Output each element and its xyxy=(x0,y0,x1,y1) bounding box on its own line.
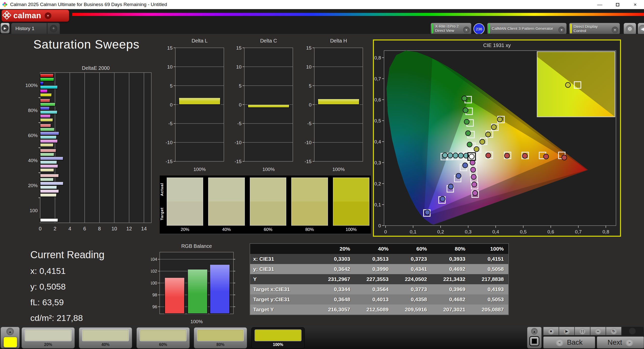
settings-button[interactable]: ⚙ xyxy=(624,23,636,35)
minimize-button[interactable]: — xyxy=(591,0,609,9)
table-cell: 227,3553 xyxy=(355,274,393,284)
svg-text:-15: -15 xyxy=(235,159,242,164)
rgb-balance-title: RGB Balance xyxy=(160,243,233,249)
table-cell: 0,4151 xyxy=(470,254,508,264)
pattern-button-100%[interactable]: 100% xyxy=(251,327,305,348)
svg-text:4: 4 xyxy=(68,226,71,231)
delta-h-xlabel: 100% xyxy=(314,167,363,172)
plus-icon: + xyxy=(50,25,57,32)
pattern-button-80%[interactable]: 80% xyxy=(194,327,247,348)
current-reading-panel: Current Reading x: 0,4151y: 0,5058fL: 63… xyxy=(30,249,152,329)
svg-text:15: 15 xyxy=(306,45,312,51)
pattern-swatch xyxy=(140,330,186,341)
svg-text:80%: 80% xyxy=(28,108,38,113)
svg-text:0,5: 0,5 xyxy=(374,118,381,123)
svg-text:10: 10 xyxy=(111,226,117,231)
actual-swatch-100% xyxy=(333,178,369,202)
yellow-sweep-measured xyxy=(480,139,485,144)
table-cell: 0,4692 xyxy=(432,264,470,274)
collapse-toolbar-button[interactable]: ◀ xyxy=(638,23,644,35)
delta-c-xlabel: 100% xyxy=(244,167,293,172)
pattern-generator-dropdown[interactable]: CalMAN Client 3 Pattern Generator ▼ xyxy=(487,23,567,34)
table-row-label: Target y:CIE31 xyxy=(250,294,316,304)
delta-c-plot: 151050-5-10-15 xyxy=(233,44,294,166)
loop-button[interactable]: ∞ xyxy=(590,327,606,335)
blue-sweep-measured xyxy=(440,197,445,202)
svg-text:102: 102 xyxy=(151,269,157,274)
delta-h-plot: 151050-5-10-15 xyxy=(303,44,364,166)
svg-text:15: 15 xyxy=(236,45,242,51)
svg-text:0: 0 xyxy=(170,102,173,107)
back-button[interactable]: « Back xyxy=(543,336,595,348)
chevron-down-icon: ▼ xyxy=(463,27,470,33)
pattern-swatch xyxy=(255,330,301,341)
stop-button[interactable]: ■ xyxy=(543,327,559,335)
svg-text:-5: -5 xyxy=(307,121,312,126)
svg-text:0,4: 0,4 xyxy=(374,139,381,144)
table-header-40%: 40% xyxy=(355,244,393,254)
red-sweep-measured xyxy=(522,153,528,158)
pattern-label: 40% xyxy=(79,342,132,347)
inset-measured xyxy=(565,82,570,88)
svg-text:20%: 20% xyxy=(28,183,38,188)
target-swatch-20% xyxy=(167,202,203,226)
calman-app-window: Calman 2025 Calman Ultimate for Business… xyxy=(0,0,644,349)
svg-text:0: 0 xyxy=(239,102,242,107)
play-button[interactable]: ▶ xyxy=(559,327,575,335)
pattern-button-40%[interactable]: 40% xyxy=(79,327,132,348)
add-tab-button[interactable]: + xyxy=(47,23,60,34)
expand-up-icon[interactable]: ▲ xyxy=(531,328,538,335)
step-icon: [··] xyxy=(579,328,586,334)
chevron-left-icon: ◀ xyxy=(639,25,644,33)
window-titlebar: Calman 2025 Calman Ultimate for Business… xyxy=(0,0,644,9)
refresh-button[interactable]: ↻ xyxy=(606,327,622,335)
disabled-indicator-chip xyxy=(622,327,643,335)
green-sweep-measured xyxy=(466,131,471,136)
next-button[interactable]: Next » xyxy=(597,336,644,348)
calman-menu-button[interactable]: calman ▼ xyxy=(2,10,69,22)
tab-scroll-button[interactable]: ▶ xyxy=(1,23,10,33)
table-row-label: Target x:CIE31 xyxy=(250,284,316,294)
table-cell: 0,3990 xyxy=(355,264,393,274)
expand-up-icon[interactable]: ▲ xyxy=(6,328,14,335)
svg-text:10: 10 xyxy=(306,64,312,70)
generator-status-accent xyxy=(488,24,490,33)
close-button[interactable]: × xyxy=(626,0,644,9)
table-cell: 216,3057 xyxy=(316,304,355,315)
chevron-down-icon: ▼ xyxy=(558,27,565,33)
delta-l-title: Delta L xyxy=(175,38,224,44)
svg-text:-15: -15 xyxy=(166,159,173,164)
restore-icon xyxy=(616,3,619,6)
cyan-sweep-measured xyxy=(453,153,458,158)
yellow-sweep-measured xyxy=(474,147,479,152)
pattern-swatch xyxy=(197,330,244,341)
table-row-label: Target Y xyxy=(250,304,316,315)
pattern-window-icon[interactable] xyxy=(529,336,539,346)
meter-dropdown[interactable]: X-Rite i1Pro 2Direct View ▼ xyxy=(431,23,471,34)
chevrons-right-icon: » xyxy=(626,339,633,346)
swatch-column-40%: 40% xyxy=(208,178,245,232)
reading-cdm: cd/m²: 217,88 xyxy=(30,313,152,323)
generator-label: CalMAN Client 3 Pattern Generator xyxy=(492,26,556,31)
delta-h-title: Delta H xyxy=(314,38,363,44)
svg-text:5: 5 xyxy=(170,83,173,89)
svg-text:15: 15 xyxy=(167,45,173,51)
blue-sweep-measured xyxy=(425,210,430,215)
step-button[interactable]: [··] xyxy=(575,327,590,335)
table-row-label: Y xyxy=(250,274,316,284)
restore-button[interactable] xyxy=(609,0,626,9)
pattern-button-60%[interactable]: 60% xyxy=(136,327,190,348)
swatch-level-label: 80% xyxy=(291,227,328,232)
pattern-label: 100% xyxy=(252,342,304,347)
tab-history-1[interactable]: History 1 xyxy=(11,23,47,34)
svg-text:104: 104 xyxy=(151,257,157,262)
workspace: Saturation Sweeps DeltaE 2000 0246810121… xyxy=(0,34,644,326)
table-cell: 0,4682 xyxy=(432,294,470,304)
display-control-dropdown[interactable]: Direct Display Control ▼ xyxy=(569,23,620,34)
svg-text:-10: -10 xyxy=(305,140,312,145)
table-header-empty xyxy=(250,244,316,254)
green-sweep-measured xyxy=(464,119,469,124)
pattern-button-20%[interactable]: 20% xyxy=(21,327,75,348)
rgb-balance-plot: 1041021009896 xyxy=(151,250,237,318)
table-cell: 0,3773 xyxy=(393,284,432,294)
